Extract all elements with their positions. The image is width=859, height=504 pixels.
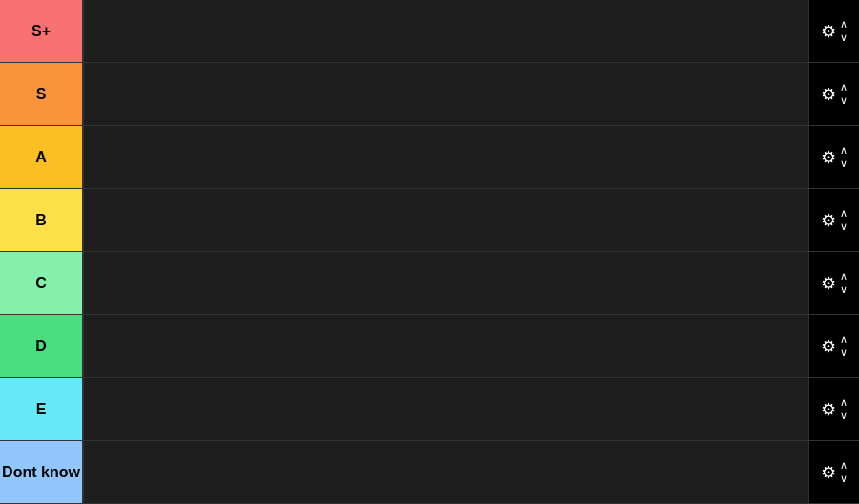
up-button-d[interactable]: ∧ xyxy=(840,333,848,346)
tier-row-dont-know: Dont know⚙∧∨ xyxy=(0,441,859,504)
tier-row-b: B⚙∧∨ xyxy=(0,189,859,252)
tier-label-d: D xyxy=(0,315,84,377)
up-button-dont-know[interactable]: ∧ xyxy=(840,459,848,472)
down-button-e[interactable]: ∨ xyxy=(840,410,848,422)
down-button-s[interactable]: ∨ xyxy=(840,94,848,107)
tier-label-a: A xyxy=(0,126,84,188)
up-button-s[interactable]: ∧ xyxy=(840,81,848,94)
tier-label-text-a: A xyxy=(35,149,47,166)
arrows-c: ∧∨ xyxy=(840,270,848,295)
tier-content-s[interactable] xyxy=(84,63,809,125)
tier-controls-c: ⚙∧∨ xyxy=(809,252,859,314)
tier-controls-d: ⚙∧∨ xyxy=(809,315,859,377)
tier-content-s-plus[interactable] xyxy=(84,0,809,62)
tier-row-c: C⚙∧∨ xyxy=(0,252,859,315)
tier-label-dont-know: Dont know xyxy=(0,441,84,503)
arrows-s: ∧∨ xyxy=(840,81,848,106)
tier-row-s-plus: S+⚙∧∨ xyxy=(0,0,859,63)
down-button-s-plus[interactable]: ∨ xyxy=(840,32,848,44)
tier-row-a: A⚙∧∨ xyxy=(0,126,859,189)
tier-content-b[interactable] xyxy=(84,189,809,251)
tier-list: S+⚙∧∨S⚙∧∨A⚙∧∨B⚙∧∨C⚙∧∨D⚙∧∨E⚙∧∨Dont know⚙∧… xyxy=(0,0,859,504)
arrows-s-plus: ∧∨ xyxy=(840,18,848,43)
tier-controls-dont-know: ⚙∧∨ xyxy=(809,441,859,503)
down-button-dont-know[interactable]: ∨ xyxy=(840,472,848,485)
arrows-d: ∧∨ xyxy=(840,333,848,358)
tier-label-b: B xyxy=(0,189,84,251)
down-button-a[interactable]: ∨ xyxy=(840,158,848,170)
tier-row-d: D⚙∧∨ xyxy=(0,315,859,378)
up-button-a[interactable]: ∧ xyxy=(840,144,848,157)
gear-icon-e[interactable]: ⚙ xyxy=(821,399,836,420)
tier-label-text-s-plus: S+ xyxy=(31,23,51,40)
tier-controls-a: ⚙∧∨ xyxy=(809,126,859,188)
tier-label-e: E xyxy=(0,378,84,440)
tier-controls-s: ⚙∧∨ xyxy=(809,63,859,125)
tier-controls-b: ⚙∧∨ xyxy=(809,189,859,251)
gear-icon-b[interactable]: ⚙ xyxy=(821,210,836,231)
tier-label-text-e: E xyxy=(36,401,47,418)
down-button-c[interactable]: ∨ xyxy=(840,284,848,296)
tier-label-s-plus: S+ xyxy=(0,0,84,62)
gear-icon-s-plus[interactable]: ⚙ xyxy=(821,21,836,42)
tier-content-c[interactable] xyxy=(84,252,809,314)
gear-icon-a[interactable]: ⚙ xyxy=(821,147,836,168)
down-button-b[interactable]: ∨ xyxy=(840,220,848,233)
gear-icon-d[interactable]: ⚙ xyxy=(821,336,836,357)
tier-controls-e: ⚙∧∨ xyxy=(809,378,859,440)
gear-icon-s[interactable]: ⚙ xyxy=(821,84,836,105)
tier-row-e: E⚙∧∨ xyxy=(0,378,859,441)
tier-label-s: S xyxy=(0,63,84,125)
tier-content-d[interactable] xyxy=(84,315,809,377)
tier-content-e[interactable] xyxy=(84,378,809,440)
up-button-c[interactable]: ∧ xyxy=(840,270,848,283)
tier-content-dont-know[interactable] xyxy=(84,441,809,503)
arrows-b: ∧∨ xyxy=(840,207,848,232)
arrows-dont-know: ∧∨ xyxy=(840,459,848,484)
arrows-a: ∧∨ xyxy=(840,144,848,169)
tier-label-text-dont-know: Dont know xyxy=(2,464,80,481)
up-button-b[interactable]: ∧ xyxy=(840,207,848,220)
tier-label-text-s: S xyxy=(36,86,47,103)
up-button-s-plus[interactable]: ∧ xyxy=(840,18,848,31)
arrows-e: ∧∨ xyxy=(840,396,848,421)
gear-icon-dont-know[interactable]: ⚙ xyxy=(821,462,836,483)
tier-label-text-d: D xyxy=(35,338,47,355)
tier-controls-s-plus: ⚙∧∨ xyxy=(809,0,859,62)
up-button-e[interactable]: ∧ xyxy=(840,396,848,409)
gear-icon-c[interactable]: ⚙ xyxy=(821,273,836,294)
tier-content-a[interactable] xyxy=(84,126,809,188)
down-button-d[interactable]: ∨ xyxy=(840,346,848,359)
tier-row-s: S⚙∧∨ xyxy=(0,63,859,126)
tier-label-c: C xyxy=(0,252,84,314)
tier-label-text-b: B xyxy=(35,212,47,229)
tier-label-text-c: C xyxy=(35,275,47,292)
